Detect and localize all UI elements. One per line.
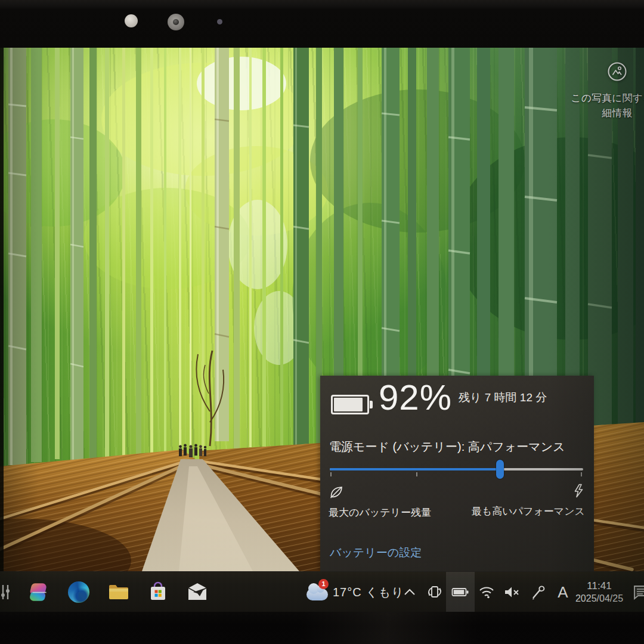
- volume-tray-icon[interactable]: [501, 572, 522, 612]
- spotlight-photo-info[interactable]: この写真に関する詳細情報: [569, 61, 644, 120]
- picture-icon: [606, 61, 628, 85]
- tray-clock[interactable]: 11:41 2025/04/25: [574, 572, 625, 612]
- chevron-up-icon: [404, 589, 416, 596]
- slider-thumb[interactable]: [496, 460, 504, 479]
- volume-muted-icon: [503, 585, 520, 599]
- notification-badge: 1: [318, 579, 329, 589]
- battery-tray-icon[interactable]: [448, 572, 472, 612]
- battery-saver-option[interactable]: 最大のバッテリー残量: [329, 484, 431, 519]
- device-top-bezel: [0, 0, 644, 48]
- battery-large-icon: [331, 395, 369, 414]
- wifi-tray-icon[interactable]: [476, 572, 497, 612]
- battery-flyout: 92% 残り 7 時間 12 分 電源モード (バッテリー): 高パフォーマンス…: [320, 376, 594, 571]
- edge-app-icon[interactable]: [67, 572, 91, 612]
- action-center-icon: [632, 584, 644, 600]
- weather-condition: くもり: [366, 584, 404, 600]
- battery-remaining: 残り 7 時間 12 分: [459, 390, 547, 405]
- rotation-lock-icon: [426, 583, 444, 601]
- copilot-app-icon[interactable]: [27, 572, 51, 612]
- weather-widget[interactable]: 1: [302, 572, 333, 612]
- battery-saver-label: 最大のバッテリー残量: [329, 506, 431, 519]
- ir-sensor-dot: [217, 19, 222, 24]
- weather-temperature: 17°C: [333, 586, 362, 599]
- weather-text[interactable]: 17°C くもり: [333, 572, 404, 612]
- clock-date: 2025/04/25: [575, 593, 623, 605]
- leaf-icon: [329, 484, 344, 500]
- best-performance-option[interactable]: 最も高いパフォーマンス: [472, 483, 585, 518]
- ime-mode-indicator[interactable]: A: [553, 572, 572, 612]
- pen-tray-icon[interactable]: [528, 572, 549, 612]
- slider-tick-1: [416, 472, 417, 476]
- best-performance-label: 最も高いパフォーマンス: [472, 504, 585, 518]
- device-photo: この写真に関する詳細情報 92% 残り 7 時間 12 分 電源モード (バッテ…: [0, 0, 644, 644]
- photo-info-label: この写真に関する詳細情報: [569, 91, 644, 120]
- battery-settings-link[interactable]: バッテリーの設定: [330, 545, 422, 561]
- clock-time: 11:41: [587, 580, 611, 592]
- device-bottom-edge: [0, 612, 644, 644]
- wifi-icon: [478, 585, 495, 599]
- screen-left-edge: [0, 48, 4, 612]
- rotation-lock-tray-icon[interactable]: [425, 572, 445, 612]
- power-mode-label: 電源モード (バッテリー): 高パフォーマンス: [329, 439, 565, 455]
- power-mode-slider[interactable]: [330, 459, 583, 479]
- battery-percent: 92%: [379, 377, 452, 418]
- taskbar-left-partial-icon[interactable]: [0, 572, 12, 612]
- lightning-icon: [572, 483, 585, 499]
- screen: この写真に関する詳細情報 92% 残り 7 時間 12 分 電源モード (バッテ…: [0, 48, 644, 612]
- mail-app-icon[interactable]: [185, 572, 209, 612]
- action-center-button[interactable]: [631, 572, 644, 612]
- slider-tick-0: [330, 472, 332, 476]
- taskbar: 1 17°C くもり: [0, 571, 644, 612]
- slider-tick-3: [581, 472, 582, 476]
- microsoft-store-app-icon[interactable]: [146, 572, 170, 612]
- pen-icon: [530, 584, 547, 600]
- slider-track-fill: [330, 468, 500, 470]
- ambient-sensor-dot: [125, 14, 138, 27]
- file-explorer-app-icon[interactable]: [107, 572, 131, 612]
- tray-overflow-chevron[interactable]: [401, 572, 419, 612]
- webcam-lens: [168, 14, 184, 30]
- cloudy-weather-icon: [306, 589, 328, 600]
